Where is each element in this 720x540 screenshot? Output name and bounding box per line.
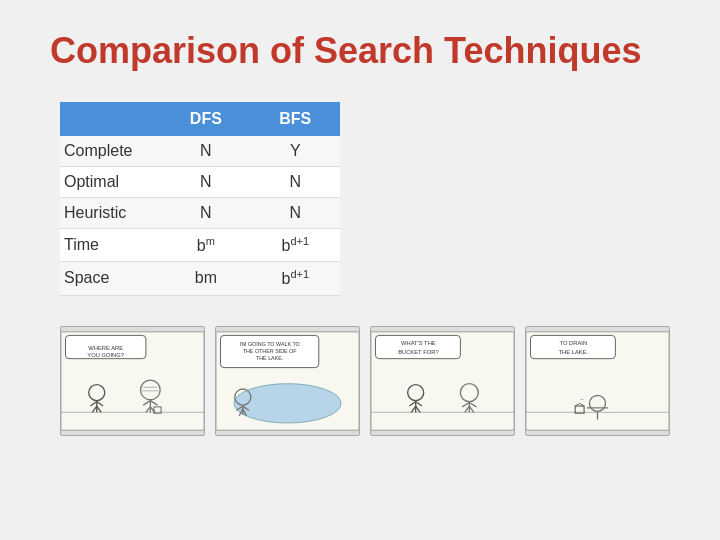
comic-panel-4: TO DRAIN THE LAKE. ~ ~ <box>525 326 670 436</box>
svg-text:TO DRAIN: TO DRAIN <box>560 340 588 346</box>
svg-text:~: ~ <box>593 393 597 401</box>
row-dfs-complete: N <box>161 136 250 167</box>
comic-panel-2: I'M GOING TO WALK TO THE OTHER SIDE OF T… <box>215 326 360 436</box>
row-bfs-time: bd+1 <box>251 229 340 262</box>
svg-text:WHERE ARE: WHERE ARE <box>88 344 123 350</box>
row-dfs-optimal: N <box>161 167 250 198</box>
comparison-table: DFS BFS Complete N Y Optimal N N Heurist… <box>60 102 340 296</box>
row-dfs-heuristic: N <box>161 198 250 229</box>
comic-svg-2: I'M GOING TO WALK TO THE OTHER SIDE OF T… <box>216 327 359 435</box>
svg-text:THE OTHER SIDE OF: THE OTHER SIDE OF <box>243 348 298 354</box>
svg-text:YOU GOING?: YOU GOING? <box>87 352 124 358</box>
slide-title: Comparison of Search Techniques <box>50 30 670 72</box>
row-bfs-complete: Y <box>251 136 340 167</box>
row-label-time: Time <box>60 229 161 262</box>
dfs-time-exp: m <box>206 235 215 247</box>
comic-images-row: WHERE ARE YOU GOING? <box>60 326 670 436</box>
table-row: Optimal N N <box>60 167 340 198</box>
slide: Comparison of Search Techniques DFS BFS … <box>0 0 720 540</box>
comparison-table-container: DFS BFS Complete N Y Optimal N N Heurist… <box>60 102 670 296</box>
svg-text:WHAT'S THE: WHAT'S THE <box>401 340 436 346</box>
svg-text:THE LAKE.: THE LAKE. <box>256 355 283 361</box>
col-header-bfs: BFS <box>251 102 340 136</box>
row-dfs-space: bm <box>161 262 250 295</box>
row-bfs-optimal: N <box>251 167 340 198</box>
svg-text:~: ~ <box>580 395 584 403</box>
col-header-empty <box>60 102 161 136</box>
comic-svg-4: TO DRAIN THE LAKE. ~ ~ <box>526 327 669 435</box>
row-label-space: Space <box>60 262 161 295</box>
svg-point-25 <box>234 383 341 422</box>
comic-svg-1: WHERE ARE YOU GOING? <box>61 327 204 435</box>
svg-text:THE LAKE.: THE LAKE. <box>559 349 589 355</box>
svg-text:I'M GOING TO WALK TO: I'M GOING TO WALK TO <box>239 341 299 347</box>
row-bfs-space: bd+1 <box>251 262 340 295</box>
comic-panel-1: WHERE ARE YOU GOING? <box>60 326 205 436</box>
comic-svg-3: WHAT'S THE BUCKET FOR? <box>371 327 514 435</box>
row-label-complete: Complete <box>60 136 161 167</box>
table-row: Heuristic N N <box>60 198 340 229</box>
row-dfs-time: bm <box>161 229 250 262</box>
bfs-time-exp: d+1 <box>290 235 309 247</box>
table-row: Space bm bd+1 <box>60 262 340 295</box>
row-label-optimal: Optimal <box>60 167 161 198</box>
bfs-space-exp: d+1 <box>290 268 309 280</box>
row-bfs-heuristic: N <box>251 198 340 229</box>
row-label-heuristic: Heuristic <box>60 198 161 229</box>
table-row: Time bm bd+1 <box>60 229 340 262</box>
svg-text:BUCKET FOR?: BUCKET FOR? <box>398 349 439 355</box>
table-row: Complete N Y <box>60 136 340 167</box>
comic-panel-3: WHAT'S THE BUCKET FOR? <box>370 326 515 436</box>
col-header-dfs: DFS <box>161 102 250 136</box>
